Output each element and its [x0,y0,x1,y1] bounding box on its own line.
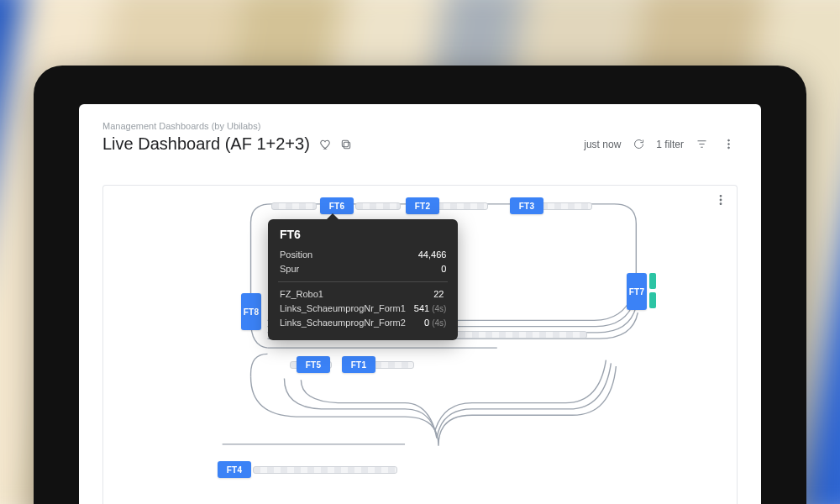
tooltip-key: Links_SchaeumprogNr_Form1 [280,302,406,316]
filter-icon[interactable] [692,135,711,154]
page-title: Live Dashboard (AF 1+2+3) [102,134,310,154]
rail-segment [540,202,592,210]
tooltip-title: FT6 [280,228,446,241]
node-ft8[interactable]: FT8 [241,293,261,330]
rail-segment [253,466,397,474]
track-diagram: FT6 FT2 FT3 FT7 FT8 FT5 FT1 FT4 FT6 Posi… [103,186,737,504]
aux-block [649,292,656,308]
node-ft3[interactable]: FT3 [510,197,543,214]
tooltip-value: 0(4s) [424,316,446,330]
tooltip-value: 22 [433,287,446,302]
more-icon[interactable] [719,135,738,154]
node-ft4[interactable]: FT4 [218,461,251,478]
tooltip-key: FZ_Robo1 [280,287,425,302]
tablet-bezel: Management Dashboards (by Ubilabs) Live … [34,66,806,504]
favorite-icon[interactable] [317,135,335,154]
refresh-icon[interactable] [629,135,648,154]
app-screen: Management Dashboards (by Ubilabs) Live … [79,104,761,504]
svg-rect-0 [344,142,349,148]
node-ft7[interactable]: FT7 [627,273,647,310]
rail-segment [374,361,414,369]
node-ft2[interactable]: FT2 [406,197,439,214]
copy-icon[interactable] [337,135,355,154]
tooltip-key: Position [280,248,410,262]
tooltip-key: Links_SchaeumprogNr_Form2 [280,316,416,330]
tooltip-value: 541(4s) [414,302,447,316]
svg-point-2 [727,139,729,141]
breadcrumb[interactable]: Management Dashboards (by Ubilabs) [102,121,738,131]
svg-point-4 [727,147,729,149]
node-tooltip: FT6 Position44,466 Spur0 FZ_Robo122 Link… [268,219,458,340]
node-ft1[interactable]: FT1 [342,356,375,373]
page-header: Management Dashboards (by Ubilabs) Live … [79,104,761,162]
node-ft5[interactable]: FT5 [297,356,330,373]
rail-segment [436,202,488,210]
header-actions: just now 1 filter [584,135,738,154]
tooltip-value: 44,466 [418,248,447,262]
node-ft6[interactable]: FT6 [320,197,354,214]
tooltip-key: Spur [280,262,433,276]
tooltip-value: 0 [441,262,446,276]
refresh-label: just now [584,139,621,150]
rail-segment [271,202,317,210]
aux-block [649,273,656,289]
filter-label: 1 filter [656,139,684,150]
diagram-panel: FT6 FT2 FT3 FT7 FT8 FT5 FT1 FT4 FT6 Posi… [102,185,738,504]
rail-segment [355,202,401,210]
svg-rect-1 [342,140,348,146]
svg-point-3 [727,144,729,145]
